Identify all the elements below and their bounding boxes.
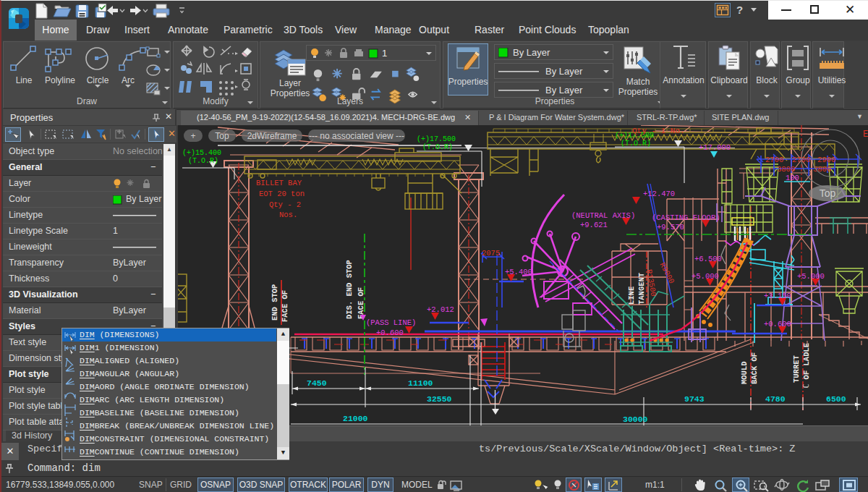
svg-text:ℂ OF LADLE: ℂ OF LADLE bbox=[802, 343, 811, 389]
svg-text:2900: 2900 bbox=[817, 156, 835, 164]
svg-text:(PASS LINE): (PASS LINE) bbox=[366, 318, 416, 327]
svg-text:+0.600: +0.600 bbox=[376, 328, 404, 337]
svg-text:7450: 7450 bbox=[307, 378, 327, 388]
svg-text:R9000: R9000 bbox=[658, 261, 676, 285]
svg-text:+9.570: +9.570 bbox=[657, 223, 684, 232]
svg-text:Top: Top bbox=[820, 187, 836, 199]
svg-text:4780: 4780 bbox=[765, 394, 786, 404]
svg-text:+5.000: +5.000 bbox=[692, 272, 719, 281]
svg-text:(CASTING FLOOR): (CASTING FLOOR) bbox=[652, 213, 720, 222]
svg-text:30000: 30000 bbox=[623, 415, 648, 424]
svg-text:--- no associated view ---: --- no associated view --- bbox=[309, 131, 404, 141]
svg-text:+0.600: +0.600 bbox=[764, 320, 791, 328]
svg-text:+3.150: +3.150 bbox=[764, 292, 791, 300]
svg-text:END STOP: END STOP bbox=[271, 284, 279, 321]
svg-text:TURRET: TURRET bbox=[792, 355, 801, 383]
svg-text:BILLET BAY: BILLET BAY bbox=[256, 179, 302, 187]
svg-text:+6.500: +6.500 bbox=[694, 255, 722, 263]
svg-text:MOULD: MOULD bbox=[740, 361, 749, 384]
svg-text:Nos.: Nos. bbox=[279, 211, 297, 219]
svg-text:+17.000: +17.000 bbox=[699, 143, 731, 152]
svg-text:DIS. END STOP: DIS. END STOP bbox=[345, 260, 354, 319]
svg-text:FACE OF: FACE OF bbox=[357, 287, 365, 319]
svg-text:2075: 2075 bbox=[482, 249, 500, 258]
svg-text:(+)15.400: (+)15.400 bbox=[182, 149, 221, 157]
svg-text:(T.O.R): (T.O.R) bbox=[188, 157, 218, 165]
svg-text:Top: Top bbox=[215, 131, 229, 141]
svg-text:(+)17.500: (+)17.500 bbox=[417, 135, 456, 143]
svg-text:Qty - 2: Qty - 2 bbox=[269, 200, 301, 209]
svg-text:2700: 2700 bbox=[765, 156, 783, 164]
svg-text:+12.470: +12.470 bbox=[643, 190, 675, 198]
svg-text:BACK OF: BACK OF bbox=[750, 352, 759, 384]
svg-text:EOT 20 ton: EOT 20 ton bbox=[259, 190, 305, 198]
svg-text:6500: 6500 bbox=[826, 394, 846, 404]
svg-text:TANGENT: TANGENT bbox=[637, 273, 646, 305]
svg-text:+2.012: +2.012 bbox=[427, 305, 454, 314]
svg-text:FACE OF: FACE OF bbox=[281, 290, 289, 322]
svg-text:E: E bbox=[863, 130, 868, 140]
svg-text:(T.O.R): (T.O.R) bbox=[621, 140, 651, 148]
svg-text:2dWireframe: 2dWireframe bbox=[247, 131, 297, 141]
svg-text:(T.O.R): (T.O.R) bbox=[422, 143, 453, 151]
svg-text:3800: 3800 bbox=[777, 165, 795, 174]
svg-text:+5.000: +5.000 bbox=[797, 272, 825, 281]
svg-text:+9.621: +9.621 bbox=[580, 221, 608, 229]
svg-text:Qty - 1 No.: Qty - 1 No. bbox=[632, 127, 685, 135]
svg-text:LINE: LINE bbox=[627, 287, 636, 305]
svg-text:11100: 11100 bbox=[408, 378, 433, 388]
svg-text:9743: 9743 bbox=[684, 394, 705, 404]
svg-text:100: 100 bbox=[786, 174, 799, 182]
svg-text:+: + bbox=[190, 131, 195, 141]
svg-text:32550: 32550 bbox=[427, 394, 452, 404]
svg-text:21000: 21000 bbox=[343, 414, 368, 423]
